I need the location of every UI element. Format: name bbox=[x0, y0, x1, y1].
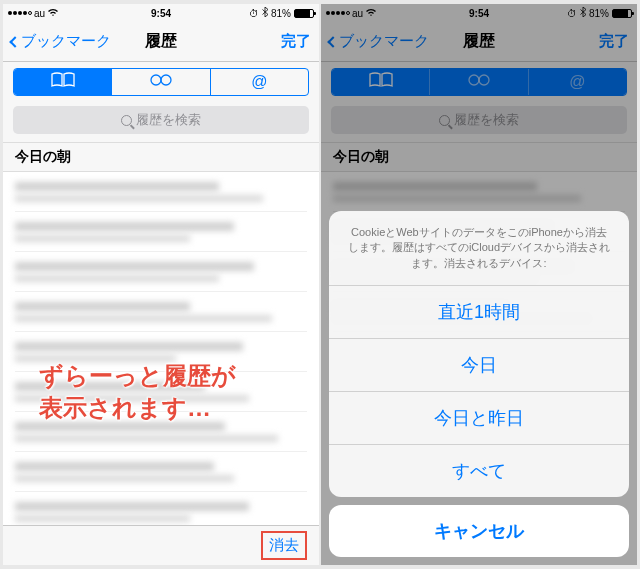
tab-shared-links[interactable]: @ bbox=[211, 69, 308, 95]
alarm-icon: ⏱ bbox=[567, 8, 577, 19]
nav-bar: ブックマーク 履歴 完了 bbox=[3, 22, 319, 62]
glasses-icon bbox=[148, 72, 174, 92]
clear-all-button[interactable]: すべて bbox=[329, 445, 629, 497]
status-right: ⏱ 81% bbox=[567, 7, 632, 19]
clear-today-button[interactable]: 今日 bbox=[329, 339, 629, 392]
tab-shared-links[interactable]: @ bbox=[529, 69, 626, 95]
search-icon bbox=[121, 115, 132, 126]
list-item[interactable] bbox=[15, 332, 307, 372]
list-rows bbox=[3, 172, 319, 525]
section-header: 今日の朝 bbox=[3, 142, 319, 172]
carrier-label: au bbox=[34, 8, 45, 19]
tab-bookmarks[interactable] bbox=[14, 69, 112, 95]
status-right: ⏱ 81% bbox=[249, 7, 314, 19]
clear-last-hour-button[interactable]: 直近1時間 bbox=[329, 286, 629, 339]
chevron-left-icon bbox=[327, 36, 338, 47]
status-bar: au 9:54 ⏱ 81% bbox=[321, 4, 637, 22]
at-icon: @ bbox=[569, 73, 585, 91]
alarm-icon: ⏱ bbox=[249, 8, 259, 19]
sheet-message: CookieとWebサイトのデータをこのiPhoneから消去します。履歴はすべて… bbox=[329, 211, 629, 286]
back-button[interactable]: ブックマーク bbox=[11, 32, 111, 51]
list-item[interactable] bbox=[15, 452, 307, 492]
action-sheet: CookieとWebサイトのデータをこのiPhoneから消去します。履歴はすべて… bbox=[329, 211, 629, 557]
back-button[interactable]: ブックマーク bbox=[329, 32, 429, 51]
carrier-label: au bbox=[352, 8, 363, 19]
wifi-icon bbox=[365, 8, 377, 19]
battery-icon bbox=[612, 9, 632, 18]
signal-dots bbox=[8, 11, 32, 15]
clear-today-yesterday-button[interactable]: 今日と昨日 bbox=[329, 392, 629, 445]
clear-button[interactable]: 消去 bbox=[261, 531, 307, 560]
search-input[interactable]: 履歴を検索 bbox=[13, 106, 309, 134]
search-icon bbox=[439, 115, 450, 126]
battery-icon bbox=[294, 9, 314, 18]
bottom-toolbar: 消去 bbox=[3, 525, 319, 565]
done-button[interactable]: 完了 bbox=[281, 32, 311, 51]
search-placeholder: 履歴を検索 bbox=[454, 111, 519, 129]
list-item[interactable] bbox=[15, 412, 307, 452]
segmented-control: @ bbox=[13, 68, 309, 96]
list-item[interactable] bbox=[333, 172, 625, 212]
bluetooth-icon bbox=[262, 7, 268, 19]
svg-point-0 bbox=[151, 75, 161, 85]
back-label: ブックマーク bbox=[21, 32, 111, 51]
page-title: 履歴 bbox=[145, 31, 177, 52]
done-button[interactable]: 完了 bbox=[599, 32, 629, 51]
tab-reading-list[interactable] bbox=[112, 69, 210, 95]
bluetooth-icon bbox=[580, 7, 586, 19]
svg-point-2 bbox=[469, 75, 479, 85]
status-left: au bbox=[8, 8, 59, 19]
battery-pct: 81% bbox=[271, 8, 291, 19]
history-list: 今日の朝 ずらーっと履歴が 表示されます… bbox=[3, 142, 319, 525]
svg-point-1 bbox=[161, 75, 171, 85]
at-icon: @ bbox=[251, 73, 267, 91]
status-time: 9:54 bbox=[151, 8, 171, 19]
phone-screen-right: au 9:54 ⏱ 81% ブックマーク 履歴 完了 bbox=[321, 4, 637, 565]
chevron-left-icon bbox=[9, 36, 20, 47]
book-icon bbox=[50, 72, 76, 92]
list-item[interactable] bbox=[15, 292, 307, 332]
list-item[interactable] bbox=[15, 372, 307, 412]
glasses-icon bbox=[466, 72, 492, 92]
list-item[interactable] bbox=[15, 212, 307, 252]
svg-point-3 bbox=[479, 75, 489, 85]
list-item[interactable] bbox=[15, 252, 307, 292]
phone-screen-left: au 9:54 ⏱ 81% ブックマーク 履歴 完了 bbox=[3, 4, 319, 565]
nav-bar: ブックマーク 履歴 完了 bbox=[321, 22, 637, 62]
search-input[interactable]: 履歴を検索 bbox=[331, 106, 627, 134]
list-item[interactable] bbox=[15, 172, 307, 212]
wifi-icon bbox=[47, 8, 59, 19]
tab-bookmarks[interactable] bbox=[332, 69, 430, 95]
battery-pct: 81% bbox=[589, 8, 609, 19]
segmented-control: @ bbox=[331, 68, 627, 96]
tab-reading-list[interactable] bbox=[430, 69, 528, 95]
status-bar: au 9:54 ⏱ 81% bbox=[3, 4, 319, 22]
section-header: 今日の朝 bbox=[321, 142, 637, 172]
status-time: 9:54 bbox=[469, 8, 489, 19]
book-icon bbox=[368, 72, 394, 92]
list-item[interactable] bbox=[15, 492, 307, 525]
sheet-options: CookieとWebサイトのデータをこのiPhoneから消去します。履歴はすべて… bbox=[329, 211, 629, 497]
search-placeholder: 履歴を検索 bbox=[136, 111, 201, 129]
status-left: au bbox=[326, 8, 377, 19]
cancel-button[interactable]: キャンセル bbox=[329, 505, 629, 557]
page-title: 履歴 bbox=[463, 31, 495, 52]
back-label: ブックマーク bbox=[339, 32, 429, 51]
signal-dots bbox=[326, 11, 350, 15]
